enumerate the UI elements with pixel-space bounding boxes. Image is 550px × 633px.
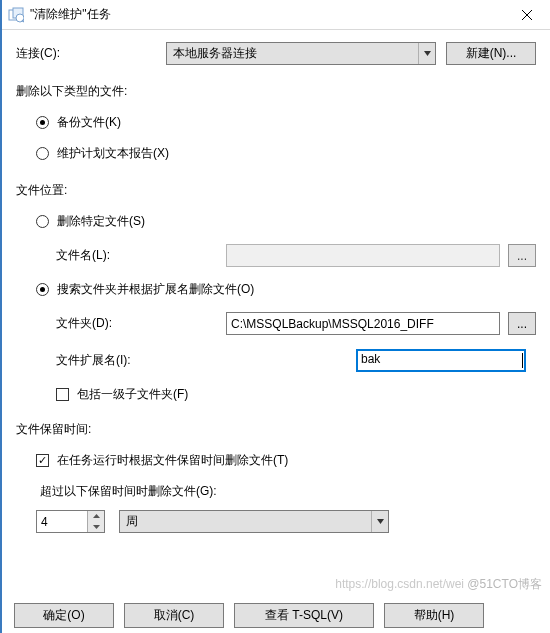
file-location-label: 文件位置:: [16, 182, 536, 199]
watermark: https://blog.csdn.net/wei @51CTO博客: [335, 576, 542, 593]
help-button[interactable]: 帮助(H): [384, 603, 484, 628]
checkbox-icon: [36, 454, 49, 467]
radio-search-folder[interactable]: 搜索文件夹并根据扩展名删除文件(O): [36, 281, 536, 298]
chevron-down-icon: [371, 511, 388, 532]
extension-input[interactable]: bak: [356, 349, 526, 372]
delete-type-group: 备份文件(K) 维护计划文本报告(X): [16, 114, 536, 162]
filename-label: 文件名(L):: [56, 247, 226, 264]
content-area: 连接(C): 本地服务器连接 新建(N)... 删除以下类型的文件: 备份文件(…: [2, 30, 550, 533]
spinner-up-icon[interactable]: [88, 511, 104, 522]
retention-value-input[interactable]: [37, 511, 87, 532]
spinner-buttons[interactable]: [87, 511, 104, 532]
retention-enable-label: 在任务运行时根据文件保留时间删除文件(T): [57, 452, 288, 469]
radio-specific-label: 删除特定文件(S): [57, 213, 145, 230]
connection-label: 连接(C):: [16, 45, 166, 62]
folder-input[interactable]: [226, 312, 500, 335]
connection-row: 连接(C): 本地服务器连接 新建(N)...: [16, 42, 536, 65]
radio-report-files[interactable]: 维护计划文本报告(X): [36, 145, 536, 162]
radio-specific-file[interactable]: 删除特定文件(S): [36, 213, 536, 230]
extension-label: 文件扩展名(I):: [56, 352, 226, 369]
svg-marker-8: [93, 525, 100, 529]
titlebar: "清除维护"任务: [2, 0, 550, 30]
retention-label: 文件保留时间:: [16, 421, 536, 438]
retention-unit-value: 周: [126, 513, 138, 530]
radio-backup-label: 备份文件(K): [57, 114, 121, 131]
folder-row: 文件夹(D): ...: [36, 312, 536, 335]
radio-icon: [36, 116, 49, 129]
delete-type-label: 删除以下类型的文件:: [16, 83, 536, 100]
radio-icon: [36, 215, 49, 228]
radio-icon: [36, 283, 49, 296]
ok-button[interactable]: 确定(O): [14, 603, 114, 628]
retention-unit-dropdown[interactable]: 周: [119, 510, 389, 533]
radio-backup-files[interactable]: 备份文件(K): [36, 114, 536, 131]
extension-row: 文件扩展名(I): bak: [36, 349, 536, 372]
retention-enable-checkbox[interactable]: 在任务运行时根据文件保留时间删除文件(T): [36, 452, 536, 469]
chevron-down-icon: [418, 43, 435, 64]
include-subfolder-checkbox[interactable]: 包括一级子文件夹(F): [36, 386, 536, 403]
window-title: "清除维护"任务: [30, 6, 504, 23]
radio-report-label: 维护计划文本报告(X): [57, 145, 169, 162]
dialog-button-bar: 确定(O) 取消(C) 查看 T-SQL(V) 帮助(H): [4, 599, 550, 633]
filename-row: 文件名(L): ...: [36, 244, 536, 267]
older-than-label: 超过以下保留时间时删除文件(G):: [36, 483, 536, 500]
close-button[interactable]: [504, 0, 550, 30]
radio-icon: [36, 147, 49, 160]
checkbox-icon: [56, 388, 69, 401]
svg-marker-7: [93, 514, 100, 518]
spinner-down-icon[interactable]: [88, 522, 104, 533]
svg-marker-9: [377, 519, 384, 524]
include-subfolder-label: 包括一级子文件夹(F): [77, 386, 188, 403]
retention-value-row: 周: [36, 510, 536, 533]
app-icon: [8, 7, 24, 23]
connection-dropdown[interactable]: 本地服务器连接: [166, 42, 436, 65]
folder-label: 文件夹(D):: [56, 315, 226, 332]
file-location-group: 删除特定文件(S) 文件名(L): ... 搜索文件夹并根据扩展名删除文件(O)…: [16, 213, 536, 403]
folder-browse-button[interactable]: ...: [508, 312, 536, 335]
svg-marker-6: [424, 51, 431, 56]
filename-input: [226, 244, 500, 267]
retention-value-spinner[interactable]: [36, 510, 105, 533]
new-connection-button[interactable]: 新建(N)...: [446, 42, 536, 65]
radio-search-label: 搜索文件夹并根据扩展名删除文件(O): [57, 281, 254, 298]
connection-selected: 本地服务器连接: [173, 45, 257, 62]
retention-group: 在任务运行时根据文件保留时间删除文件(T) 超过以下保留时间时删除文件(G): …: [16, 452, 536, 533]
view-tsql-button[interactable]: 查看 T-SQL(V): [234, 603, 374, 628]
filename-browse-button[interactable]: ...: [508, 244, 536, 267]
cancel-button[interactable]: 取消(C): [124, 603, 224, 628]
